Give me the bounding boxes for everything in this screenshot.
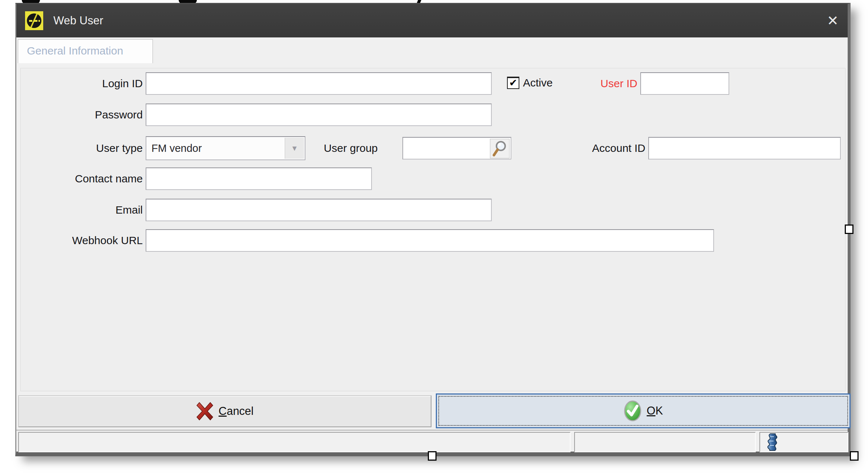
user-type-label: User type — [23, 137, 143, 159]
window-title: Web User — [53, 4, 103, 37]
statusbar-left-panel — [18, 432, 571, 452]
ok-button-label: OK — [647, 404, 663, 417]
magnifier-icon — [490, 139, 509, 158]
tab-general-information[interactable]: General Information — [18, 39, 153, 63]
close-button[interactable]: ✕ — [824, 12, 842, 30]
user-group-input[interactable] — [404, 138, 495, 158]
password-label: Password — [23, 104, 143, 126]
user-group-label: User group — [258, 137, 378, 159]
account-id-label: Account ID — [526, 137, 645, 159]
checkmark-icon: ✔ — [509, 77, 518, 88]
email-label: Email — [23, 199, 143, 221]
user-type-value: FM vendor — [151, 137, 202, 159]
contact-name-input[interactable] — [146, 167, 372, 190]
password-input[interactable] — [146, 104, 492, 126]
cancel-button[interactable]: Cancel — [18, 395, 431, 427]
statusbar-middle-panel — [574, 432, 756, 452]
resize-handle-bottom[interactable] — [428, 451, 437, 461]
user-id-label: User ID — [518, 72, 637, 95]
script-scroll-icon — [765, 433, 780, 451]
user-group-field[interactable] — [402, 137, 511, 159]
app-logo-icon — [25, 11, 43, 32]
ok-button-focus-frame: OK — [438, 396, 848, 426]
cancel-button-label: Cancel — [219, 405, 254, 418]
account-id-input[interactable] — [648, 137, 841, 159]
web-user-dialog: Web User ✕ General Information Login ID … — [15, 3, 851, 456]
contact-name-label: Contact name — [23, 167, 143, 190]
ok-button[interactable]: OK — [436, 393, 851, 428]
login-id-label: Login ID — [23, 72, 143, 95]
user-group-lookup-button[interactable] — [490, 139, 510, 158]
email-input[interactable] — [146, 199, 492, 221]
statusbar-right-panel — [759, 432, 848, 452]
user-id-input[interactable] — [640, 72, 729, 95]
resize-handle-right[interactable] — [845, 225, 853, 234]
webhook-url-label: Webhook URL — [23, 229, 143, 252]
resize-handle-bottom-right[interactable] — [850, 451, 859, 461]
webhook-url-input[interactable] — [146, 229, 714, 252]
statusbar-divider — [16, 430, 848, 430]
ok-check-icon — [624, 400, 642, 422]
login-id-input[interactable] — [146, 72, 492, 95]
tab-strip: General Information — [16, 37, 848, 63]
title-bar[interactable]: Web User ✕ — [16, 4, 848, 37]
cancel-x-icon — [196, 401, 214, 421]
close-icon: ✕ — [827, 13, 839, 28]
